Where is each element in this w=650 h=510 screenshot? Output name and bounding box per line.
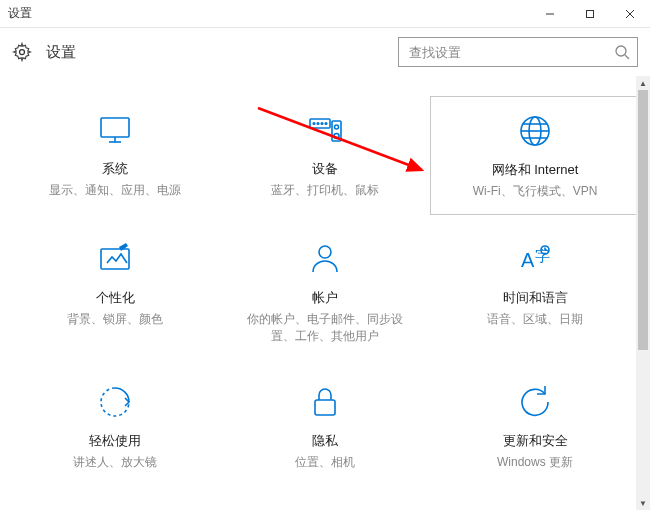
svg-line-6 xyxy=(625,55,629,59)
svg-rect-8 xyxy=(101,118,129,137)
tile-desc: Wi-Fi、飞行模式、VPN xyxy=(473,183,598,200)
svg-rect-1 xyxy=(587,10,594,17)
close-icon xyxy=(625,9,635,19)
devices-icon xyxy=(305,110,345,150)
header: 设置 xyxy=(0,28,650,76)
svg-point-13 xyxy=(317,123,319,125)
svg-text:字: 字 xyxy=(535,247,550,264)
tile-desc: 背景、锁屏、颜色 xyxy=(67,311,163,328)
svg-text:A: A xyxy=(521,249,535,271)
tile-title: 系统 xyxy=(102,160,128,178)
scrollbar-thumb[interactable] xyxy=(638,90,648,350)
tile-title: 隐私 xyxy=(312,432,338,450)
tile-time-language[interactable]: A字 时间和语言 语音、区域、日期 xyxy=(430,225,640,359)
tile-update-security[interactable]: 更新和安全 Windows 更新 xyxy=(430,368,640,485)
svg-rect-31 xyxy=(315,400,335,415)
scroll-down-arrow-icon[interactable]: ▼ xyxy=(636,496,650,510)
tile-title: 时间和语言 xyxy=(503,289,568,307)
close-button[interactable] xyxy=(610,0,650,28)
search-input[interactable] xyxy=(398,37,638,67)
minimize-icon xyxy=(545,9,555,19)
personalization-icon xyxy=(95,239,135,279)
accounts-icon xyxy=(305,239,345,279)
lock-icon xyxy=(305,382,345,422)
svg-point-14 xyxy=(321,123,323,125)
window-controls xyxy=(530,0,650,28)
tile-desc: 显示、通知、应用、电源 xyxy=(49,182,181,199)
maximize-icon xyxy=(585,9,595,19)
scroll-up-arrow-icon[interactable]: ▲ xyxy=(636,76,650,90)
svg-point-4 xyxy=(20,50,25,55)
gear-icon xyxy=(12,42,32,62)
tile-network[interactable]: 网络和 Internet Wi-Fi、飞行模式、VPN xyxy=(430,96,640,215)
tile-desc: 位置、相机 xyxy=(295,454,355,471)
system-icon xyxy=(95,110,135,150)
window-title: 设置 xyxy=(8,5,32,22)
tile-system[interactable]: 系统 显示、通知、应用、电源 xyxy=(10,96,220,215)
minimize-button[interactable] xyxy=(530,0,570,28)
tile-title: 个性化 xyxy=(96,289,135,307)
svg-point-5 xyxy=(616,46,626,56)
tile-desc: 讲述人、放大镜 xyxy=(73,454,157,471)
page-title: 设置 xyxy=(46,43,76,62)
content-area: 系统 显示、通知、应用、电源 设备 蓝牙、打印机、鼠标 网络和 Internet… xyxy=(0,76,650,510)
tile-accounts[interactable]: 帐户 你的帐户、电子邮件、同步设置、工作、其他用户 xyxy=(220,225,430,359)
tile-desc: 语音、区域、日期 xyxy=(487,311,583,328)
globe-icon xyxy=(515,111,555,151)
svg-point-15 xyxy=(325,123,327,125)
tile-desc: 你的帐户、电子邮件、同步设置、工作、其他用户 xyxy=(245,311,405,345)
tile-desc: 蓝牙、打印机、鼠标 xyxy=(271,182,379,199)
tile-title: 帐户 xyxy=(312,289,338,307)
update-icon xyxy=(515,382,555,422)
scrollbar[interactable]: ▲ ▼ xyxy=(636,76,650,510)
tile-title: 网络和 Internet xyxy=(492,161,579,179)
tile-privacy[interactable]: 隐私 位置、相机 xyxy=(220,368,430,485)
maximize-button[interactable] xyxy=(570,0,610,28)
svg-point-18 xyxy=(334,134,339,139)
search-icon xyxy=(614,44,630,60)
tile-ease-of-access[interactable]: 轻松使用 讲述人、放大镜 xyxy=(10,368,220,485)
tile-title: 设备 xyxy=(312,160,338,178)
tile-personalization[interactable]: 个性化 背景、锁屏、颜色 xyxy=(10,225,220,359)
time-language-icon: A字 xyxy=(515,239,555,279)
tile-devices[interactable]: 设备 蓝牙、打印机、鼠标 xyxy=(220,96,430,215)
tile-desc: Windows 更新 xyxy=(497,454,573,471)
svg-point-25 xyxy=(319,246,331,258)
ease-icon xyxy=(95,382,135,422)
tile-title: 更新和安全 xyxy=(503,432,568,450)
tile-title: 轻松使用 xyxy=(89,432,141,450)
svg-point-12 xyxy=(313,123,315,125)
titlebar: 设置 xyxy=(0,0,650,28)
svg-point-17 xyxy=(335,125,339,129)
settings-grid: 系统 显示、通知、应用、电源 设备 蓝牙、打印机、鼠标 网络和 Internet… xyxy=(10,96,640,485)
search-container xyxy=(398,37,638,67)
